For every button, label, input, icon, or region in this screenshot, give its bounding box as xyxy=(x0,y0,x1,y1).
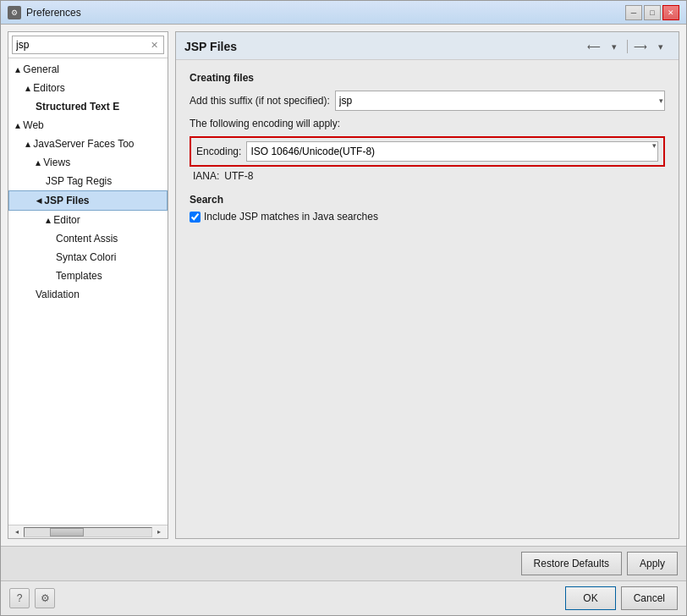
window-icon: ⚙ xyxy=(8,6,21,19)
scrollbar-thumb xyxy=(50,528,84,536)
cancel-button[interactable]: Cancel xyxy=(621,586,678,610)
suffix-select-wrapper: jsp html htm ▾ xyxy=(335,91,665,111)
maximize-button[interactable]: □ xyxy=(644,5,661,20)
tree-item-syntax-coloring[interactable]: Syntax Colori xyxy=(8,248,168,267)
preferences-window: ⚙ Preferences ─ □ ✕ ✕ ▴ General ▴ Editor… xyxy=(0,0,687,616)
panel-title: JSP Files xyxy=(184,40,237,53)
window-title: Preferences xyxy=(26,7,81,19)
apply-button[interactable]: Apply xyxy=(627,552,678,575)
checkbox-label: Include JSP matches in Java searches xyxy=(204,211,378,223)
scroll-right-arrow[interactable]: ▸ xyxy=(152,525,166,539)
suffix-row: Add this suffix (if not specified): jsp … xyxy=(190,91,665,111)
title-bar-left: ⚙ Preferences xyxy=(8,6,81,19)
creating-files-title: Creating files xyxy=(190,72,665,84)
forward-dropdown[interactable]: ▾ xyxy=(651,37,670,56)
suffix-select[interactable]: jsp html htm xyxy=(335,91,665,111)
tree-container: ▴ General ▴ Editors Structured Text E ▴ … xyxy=(8,58,168,525)
tree-item-content-assis[interactable]: Content Assis xyxy=(8,229,168,248)
footer-icons: ? ⚙ xyxy=(9,588,55,608)
scroll-left-arrow[interactable]: ◂ xyxy=(10,525,24,539)
title-bar: ⚙ Preferences ─ □ ✕ xyxy=(1,1,686,25)
tree-item-javaserver-faces[interactable]: ▴ JavaServer Faces Too xyxy=(8,135,168,153)
tree-item-jsp-tag-regis[interactable]: JSP Tag Regis xyxy=(8,172,168,190)
tree-item-views[interactable]: ▴ Views xyxy=(8,153,168,172)
include-jsp-checkbox[interactable] xyxy=(190,212,201,223)
separator xyxy=(627,40,628,53)
bottom-bar: Restore Defaults Apply xyxy=(1,546,686,580)
right-content: Creating files Add this suffix (if not s… xyxy=(176,60,679,538)
horizontal-scrollbar[interactable] xyxy=(24,527,152,537)
tree-item-templates[interactable]: Templates xyxy=(8,267,168,285)
left-panel: ✕ ▴ General ▴ Editors Structured Text E … xyxy=(8,31,168,539)
back-button[interactable]: ⟵ xyxy=(585,37,603,56)
tree-item-structured-text[interactable]: Structured Text E xyxy=(8,97,168,116)
encoding-border: Encoding: ISO 10646/Unicode(UTF-8) UTF-1… xyxy=(190,136,665,167)
minimize-button[interactable]: ─ xyxy=(625,5,642,20)
encoding-row: Encoding: ISO 10646/Unicode(UTF-8) UTF-1… xyxy=(190,136,665,167)
tree-item-validation[interactable]: Validation xyxy=(8,285,168,304)
footer-buttons: OK Cancel xyxy=(565,586,678,610)
iana-value: UTF-8 xyxy=(224,170,253,182)
back-dropdown[interactable]: ▾ xyxy=(605,37,624,56)
right-header: JSP Files ⟵ ▾ ⟶ ▾ xyxy=(176,32,679,60)
ok-button[interactable]: OK xyxy=(565,586,615,610)
encoding-label: Encoding: xyxy=(196,146,241,157)
config-icon[interactable]: ⚙ xyxy=(35,588,55,608)
iana-label: IANA: xyxy=(193,170,219,182)
window-controls: ─ □ ✕ xyxy=(625,5,679,20)
tree-item-web[interactable]: ▴ Web xyxy=(8,116,168,135)
help-icon[interactable]: ? xyxy=(9,588,30,608)
tree-item-jsp-files[interactable]: ◂ JSP Files xyxy=(8,190,168,211)
encoding-select-wrapper: ISO 10646/Unicode(UTF-8) UTF-16 ISO-8859… xyxy=(246,141,658,162)
encoding-select[interactable]: ISO 10646/Unicode(UTF-8) UTF-16 ISO-8859… xyxy=(246,141,658,162)
footer-bar: ? ⚙ OK Cancel xyxy=(1,580,686,615)
right-panel: JSP Files ⟵ ▾ ⟶ ▾ Creating files Add thi… xyxy=(175,31,679,539)
content-area: ✕ ▴ General ▴ Editors Structured Text E … xyxy=(1,25,686,546)
checkbox-row: Include JSP matches in Java searches xyxy=(190,211,665,223)
search-section-title: Search xyxy=(190,194,665,206)
search-clear-icon[interactable]: ✕ xyxy=(147,38,161,52)
restore-defaults-button[interactable]: Restore Defaults xyxy=(521,552,622,575)
suffix-label: Add this suffix (if not specified): xyxy=(190,95,330,107)
encoding-intro-row: The following encoding will apply: xyxy=(190,118,665,129)
search-box: ✕ xyxy=(8,32,168,58)
encoding-intro-text: The following encoding will apply: xyxy=(190,118,340,129)
close-button[interactable]: ✕ xyxy=(662,5,679,20)
tree-item-general[interactable]: ▴ General xyxy=(8,60,168,79)
header-icons: ⟵ ▾ ⟶ ▾ xyxy=(585,37,670,56)
search-input[interactable] xyxy=(12,36,164,54)
tree-item-editors[interactable]: ▴ Editors xyxy=(8,79,168,97)
tree-item-editor[interactable]: ▴ Editor xyxy=(8,211,168,229)
scrollbar-bottom: ◂ ▸ xyxy=(8,525,168,538)
iana-row: IANA: UTF-8 xyxy=(190,170,665,182)
forward-button[interactable]: ⟶ xyxy=(631,37,650,56)
